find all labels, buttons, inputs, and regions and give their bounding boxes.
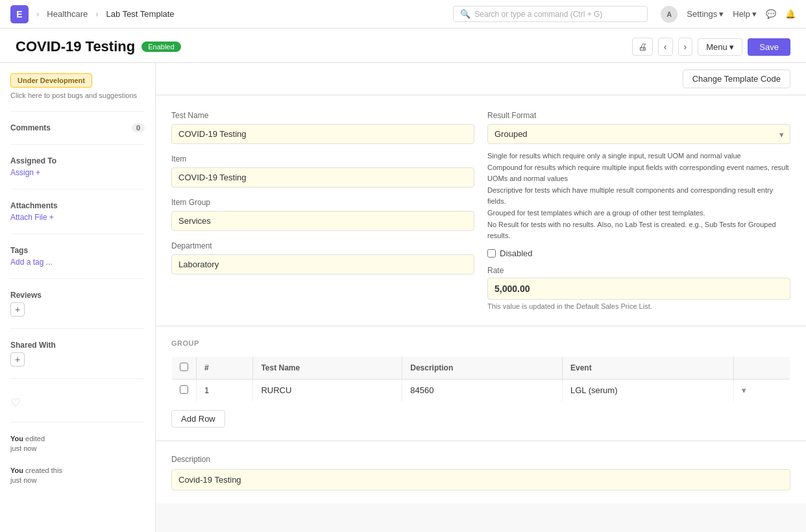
divider-5 <box>10 278 145 279</box>
row-dropdown-button[interactable]: ▾ <box>742 385 746 395</box>
attach-link[interactable]: Attach File + <box>10 213 145 222</box>
th-checkbox <box>172 356 197 379</box>
change-template-button[interactable]: Change Template Code <box>683 69 790 88</box>
department-label: Department <box>171 241 474 250</box>
divider-8 <box>10 422 145 422</box>
th-num: # <box>197 356 253 379</box>
disabled-check-group: Disabled <box>487 248 790 258</box>
breadcrumb-healthcare[interactable]: Healthcare <box>47 9 88 19</box>
divider-6 <box>10 328 145 329</box>
menu-button[interactable]: Menu ▾ <box>698 38 742 56</box>
rate-input[interactable] <box>487 278 790 300</box>
row-test-name: RURCU <box>253 379 402 402</box>
help-chevron-icon: ▾ <box>752 9 757 19</box>
item-label: Item <box>171 154 474 163</box>
item-group-input[interactable] <box>171 211 474 231</box>
print-button[interactable]: 🖨 <box>632 38 653 56</box>
result-format-wrapper: Single Compound Descriptive Grouped No R… <box>487 124 790 144</box>
rate-hint: This value is updated in the Default Sal… <box>487 302 790 310</box>
avatar: A <box>661 6 678 23</box>
breadcrumb-current: Lab Test Template <box>106 9 175 19</box>
chat-button[interactable]: 💬 <box>766 9 776 19</box>
comments-badge: 0 <box>132 123 145 132</box>
page-title: COVID-19 Testing <box>16 38 135 55</box>
top-navigation: E › Healthcare › Lab Test Template 🔍 Sea… <box>0 0 806 29</box>
th-event: Event <box>562 356 733 379</box>
item-group: Item <box>171 154 474 187</box>
result-format-label: Result Format <box>487 111 790 120</box>
disabled-checkbox[interactable] <box>487 249 496 258</box>
test-name-label: Test Name <box>171 111 474 120</box>
group-heading: GROUP <box>171 339 790 347</box>
table-row: 1 RURCU 84560 LGL (serum) ▾ <box>172 379 790 402</box>
activity-created: You created thisjust now <box>10 466 145 486</box>
shared-with-label: Shared With <box>10 341 145 350</box>
disabled-label[interactable]: Disabled <box>500 248 533 258</box>
reviews-section: Reviews + <box>10 291 145 317</box>
assign-plus-icon: + <box>36 168 40 177</box>
search-placeholder: Search or type a command (Ctrl + G) <box>474 10 602 19</box>
dev-badge[interactable]: Under Development <box>10 73 92 88</box>
attach-plus-icon: + <box>49 213 54 222</box>
shared-with-section: Shared With + <box>10 341 145 367</box>
result-format-hint: Single for results which require only a … <box>487 151 790 242</box>
item-input[interactable] <box>171 167 474 187</box>
result-format-select[interactable]: Single Compound Descriptive Grouped No R… <box>487 124 790 144</box>
tags-label: Tags <box>10 246 145 255</box>
sidebar: Under Development Click here to post bug… <box>0 63 156 532</box>
prev-button[interactable]: ‹ <box>658 38 673 56</box>
divider-1 <box>10 111 145 112</box>
add-shared-button[interactable]: + <box>10 352 25 367</box>
menu-chevron-icon: ▾ <box>729 42 734 52</box>
change-template-bar: Change Template Code <box>156 63 806 95</box>
app-icon: E <box>10 5 29 23</box>
test-name-input[interactable] <box>171 124 474 144</box>
page-title-area: COVID-19 Testing Enabled <box>16 38 181 55</box>
breadcrumb-sep-1: › <box>36 9 39 19</box>
group-table: # Test Name Description Event 1 RURCU 84… <box>171 356 790 402</box>
select-all-checkbox[interactable] <box>180 363 188 371</box>
department-input[interactable] <box>171 254 474 274</box>
notifications-button[interactable]: 🔔 <box>785 9 796 19</box>
rate-group: Rate This value is updated in the Defaul… <box>487 266 790 310</box>
main-layout: Under Development Click here to post bug… <box>0 63 806 532</box>
divider-2 <box>10 144 145 145</box>
assigned-to-label: Assigned To <box>10 156 145 165</box>
header-actions: 🖨 ‹ › Menu ▾ Save <box>632 38 790 56</box>
description-section: Description <box>156 441 806 503</box>
attachments-section: Attachments Attach File + <box>10 201 145 222</box>
dev-text[interactable]: Click here to post bugs and suggestions <box>10 91 145 99</box>
rate-label: Rate <box>487 266 790 275</box>
breadcrumb-sep-2: › <box>95 9 98 19</box>
row-description: 84560 <box>402 379 563 402</box>
row-checkbox[interactable] <box>180 385 188 394</box>
department-group: Department <box>171 241 474 274</box>
add-review-button[interactable]: + <box>10 302 25 317</box>
page-header: COVID-19 Testing Enabled 🖨 ‹ › Menu ▾ Sa… <box>0 29 806 63</box>
th-actions <box>734 356 790 379</box>
item-group-group: Item Group <box>171 198 474 231</box>
row-checkbox-cell <box>172 379 197 402</box>
heart-icon[interactable]: ♡ <box>10 396 145 410</box>
form-grid: Test Name Item Item Group Department <box>171 111 790 310</box>
comments-label: Comments 0 <box>10 123 145 132</box>
user-avatar-area: A <box>661 6 678 23</box>
add-row-button[interactable]: Add Row <box>171 410 225 428</box>
settings-button[interactable]: Settings ▾ <box>687 9 724 19</box>
description-label: Description <box>171 455 210 464</box>
save-button[interactable]: Save <box>748 38 790 56</box>
table-body: 1 RURCU 84560 LGL (serum) ▾ <box>172 379 790 402</box>
status-badge: Enabled <box>141 42 180 52</box>
assign-link[interactable]: Assign + <box>10 168 145 177</box>
form-left-col: Test Name Item Item Group Department <box>171 111 474 310</box>
result-format-group: Result Format Single Compound Descriptiv… <box>487 111 790 242</box>
add-tag-link[interactable]: Add a tag ... <box>10 258 145 267</box>
row-action-cell: ▾ <box>734 379 790 402</box>
help-button[interactable]: Help ▾ <box>733 9 757 19</box>
description-input[interactable] <box>171 469 790 490</box>
search-icon: 🔍 <box>460 9 470 19</box>
tags-section: Tags Add a tag ... <box>10 246 145 267</box>
next-button[interactable]: › <box>678 38 693 56</box>
row-event: LGL (serum) <box>562 379 733 402</box>
search-bar[interactable]: 🔍 Search or type a command (Ctrl + G) <box>453 6 648 22</box>
